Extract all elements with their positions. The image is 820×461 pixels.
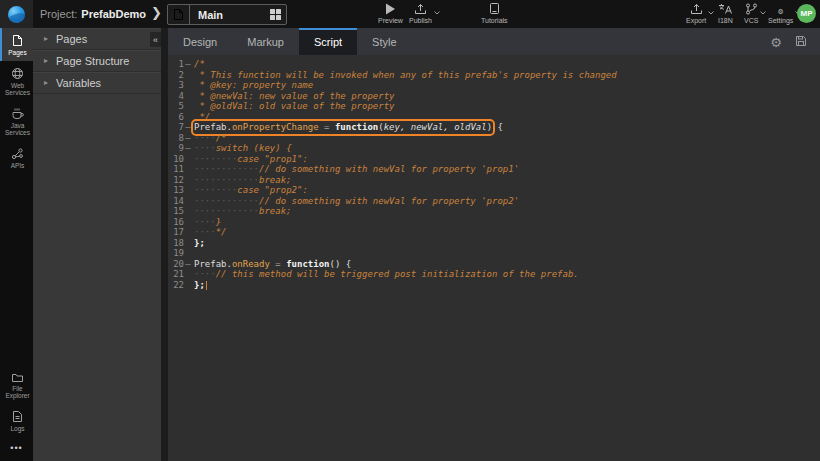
code-line[interactable]: 15············break; (168, 206, 820, 217)
code-line[interactable]: 17····*/ (168, 227, 820, 238)
topbar-action-vcs[interactable]: VCS (744, 3, 758, 24)
code-line[interactable]: 10········case "prop1": (168, 154, 820, 165)
app-logo[interactable] (0, 0, 33, 28)
topbar-action-publish[interactable]: Publish (409, 3, 432, 24)
code-line[interactable]: 4 * @newVal: new value of the property (168, 91, 820, 102)
fold-marker-icon[interactable]: – (184, 143, 192, 154)
topbar-action-preview[interactable]: Preview (378, 3, 403, 24)
rail-item-apis[interactable]: APIs (0, 141, 33, 174)
code-editor[interactable]: 1–/*2 * This function will be invoked wh… (168, 55, 820, 290)
tab-style[interactable]: Style (357, 28, 411, 55)
fold-marker-icon[interactable]: – (184, 133, 192, 144)
code-line-content: * @key: property name (192, 80, 313, 91)
code-line-content: ············// do something with newVal … (192, 164, 519, 175)
panel-section-pages[interactable]: ▸Pages (33, 28, 161, 50)
chevron-down-icon (708, 9, 714, 16)
code-comment: */ (194, 112, 210, 122)
code-line-content: ············break; (192, 175, 292, 186)
annotation-highlight-box: Prefab.onPropertyChange = function(key, … (194, 122, 492, 133)
chevron-down-icon (760, 9, 766, 16)
globe-icon (11, 67, 24, 80)
panel-collapse-button[interactable]: « (150, 32, 161, 47)
code-line[interactable]: 2 * This function will be invoked when a… (168, 70, 820, 81)
code-line-content: ········case "prop1": (192, 154, 308, 165)
code-line-content: */ (192, 112, 210, 123)
left-panel: ▸Pages▸Page Structure▸Variables« (33, 28, 161, 461)
code-line-content: ····/* (192, 133, 227, 144)
rail-item-java-services[interactable]: Java Services (0, 101, 33, 141)
fold-marker-icon[interactable]: – (184, 59, 192, 70)
code-line-content: }; (192, 280, 207, 291)
save-icon[interactable] (795, 33, 807, 51)
book-icon (489, 3, 500, 15)
code-line-content: ····switch (key) { (192, 143, 292, 154)
top-bar: Project: PrefabDemo ❯ Main PreviewPublis… (0, 0, 820, 28)
text-cursor (206, 281, 207, 290)
code-line[interactable]: 8–····/* (168, 133, 820, 144)
code-comment: /* (194, 59, 205, 69)
rail-item-pages[interactable]: Pages (0, 28, 33, 61)
code-line[interactable]: 14············// do something with newVa… (168, 196, 820, 207)
code-token: ···· (194, 217, 216, 227)
tab-markup[interactable]: Markup (232, 28, 299, 55)
breadcrumb-chevron-icon: ❯ (151, 5, 162, 20)
topbar-action-i18n[interactable]: I18N (718, 3, 733, 24)
topbar-action-export[interactable]: Export (686, 3, 706, 24)
panel-section-variables[interactable]: ▸Variables (33, 72, 161, 94)
fold-marker-icon[interactable]: – (184, 259, 192, 270)
tab-design[interactable]: Design (168, 28, 232, 55)
code-line[interactable]: 20–Prefab.onReady = function() { (168, 259, 820, 270)
fold-marker-icon[interactable]: – (184, 122, 192, 133)
code-line-content: ········case "prop2": (192, 185, 308, 196)
chevron-right-icon: ▸ (44, 56, 48, 65)
code-line-content: ············break; (192, 206, 292, 217)
project-label: Project: (40, 8, 77, 20)
branch-icon (745, 3, 758, 15)
code-token: Prefab. (194, 259, 232, 269)
rail-item-label: Logs (10, 425, 24, 432)
line-number: 19 (168, 248, 184, 259)
code-line[interactable]: 19 (168, 248, 820, 259)
line-number: 6 (168, 112, 184, 123)
tab-script[interactable]: Script (299, 28, 357, 55)
panel-section-page-structure[interactable]: ▸Page Structure (33, 50, 161, 72)
topbar-action-label: Export (686, 17, 706, 24)
rail-item-logs[interactable]: Logs (0, 404, 33, 437)
line-number: 8 (168, 133, 184, 144)
code-line[interactable]: 16····} (168, 217, 820, 228)
doc-icon (12, 410, 23, 423)
user-avatar[interactable]: MP (797, 4, 816, 23)
code-line[interactable]: 18}; (168, 238, 820, 249)
grid-icon[interactable] (264, 9, 286, 20)
code-line[interactable]: 21····// this method will be triggered p… (168, 269, 820, 280)
gear-icon[interactable]: ⚙ (770, 33, 782, 51)
code-line[interactable]: 7–Prefab.onPropertyChange = function(key… (168, 122, 820, 133)
rail-item-web-services[interactable]: Web Services (0, 61, 33, 101)
code-token: }; (194, 280, 205, 290)
code-line[interactable]: 22}; (168, 280, 820, 291)
code-token: ············ (194, 164, 259, 174)
panel-editor-divider[interactable] (161, 28, 168, 461)
topbar-action-settings[interactable]: ⚙Settings (768, 3, 793, 24)
chevron-down-icon (434, 9, 440, 16)
code-line[interactable]: 5 * @oldVal: old value of the property (168, 101, 820, 112)
code-line[interactable]: 1–/* (168, 59, 820, 70)
code-line[interactable]: 12············break; (168, 175, 820, 186)
code-line-content: * @newVal: new value of the property (192, 91, 394, 102)
line-number: 5 (168, 101, 184, 112)
topbar-action-tutorials[interactable]: Tutorials (481, 3, 508, 24)
code-line[interactable]: 6 */ (168, 112, 820, 123)
code-line[interactable]: 11············// do something with newVa… (168, 164, 820, 175)
code-line-content: Prefab.onPropertyChange = function(key, … (192, 122, 503, 133)
code-line[interactable]: 13········case "prop2": (168, 185, 820, 196)
rail-item-file-explorer[interactable]: File Explorer (0, 366, 33, 404)
code-line[interactable]: 9–····switch (key) { (168, 143, 820, 154)
page-selector[interactable]: Main (167, 4, 287, 25)
topbar-action-label: VCS (744, 17, 758, 24)
code-token: = (270, 259, 286, 269)
code-comment: break; (259, 206, 292, 216)
code-line[interactable]: 3 * @key: property name (168, 80, 820, 91)
topbar-action-label: Publish (409, 17, 432, 24)
overflow-menu-button[interactable]: ••• (0, 437, 33, 461)
upload-icon (690, 3, 703, 15)
